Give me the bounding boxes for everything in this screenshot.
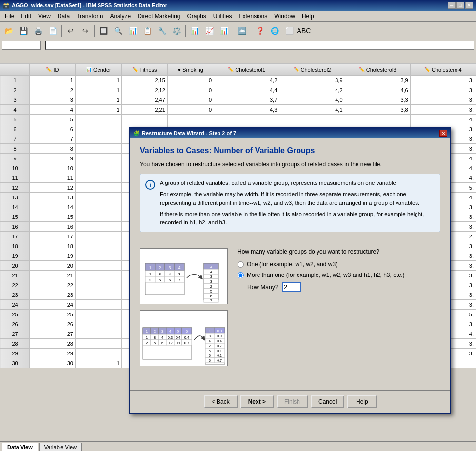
menu-item-data[interactable]: Data: [55, 12, 73, 20]
menu-item-graphs[interactable]: Graphs: [184, 12, 209, 20]
open-button[interactable]: 📂: [2, 24, 16, 38]
menu-item-view[interactable]: View: [35, 12, 54, 20]
window-title: AGGO_wide.sav [DataSet1] - IBM SPSS Stat…: [12, 2, 167, 8]
pivot-button[interactable]: 📊: [217, 24, 231, 38]
spss-logo: 🌐: [268, 24, 281, 38]
maximize-button[interactable]: □: [456, 2, 464, 9]
menu-item-utilities[interactable]: Utilities: [210, 12, 235, 20]
print-preview-button[interactable]: 📄: [46, 24, 60, 38]
menu-item-direct-marketing[interactable]: Direct Marketing: [135, 12, 183, 20]
close-button[interactable]: ✕: [465, 2, 473, 9]
menu-item-window[interactable]: Window: [271, 12, 298, 20]
minimize-button[interactable]: ─: [448, 2, 456, 9]
toolbar-sep5: [251, 25, 251, 37]
save-button[interactable]: 💾: [17, 24, 30, 38]
menu-item-analyze[interactable]: Analyze: [107, 12, 134, 20]
split-button[interactable]: 🔧: [155, 24, 169, 38]
menu-item-edit[interactable]: Edit: [18, 12, 34, 20]
chart-button[interactable]: 📈: [202, 24, 216, 38]
weight-button[interactable]: ⚖️: [170, 24, 183, 38]
formula-bar: [0, 39, 476, 51]
toolbar-sep4: [233, 25, 233, 37]
toolbar-sep1: [61, 25, 62, 37]
menu-item-help[interactable]: Help: [299, 12, 317, 20]
toolbar: 📂 💾 🖨️ 📄 ↩ ↪ 🔲 🔍 📊 📋 🔧 ⚖️ 📊 📈 📊 🔤 ❓ 🌐 ⬜ …: [0, 22, 476, 39]
help-button[interactable]: ❓: [253, 24, 267, 38]
find-button[interactable]: 🔍: [111, 24, 125, 38]
menu-item-extensions[interactable]: Extensions: [236, 12, 271, 20]
menu-item-transform[interactable]: Transform: [74, 12, 106, 20]
var-button[interactable]: 📊: [188, 24, 201, 38]
menu-bar: FileEditViewDataTransformAnalyzeDirect M…: [0, 11, 476, 22]
abc-btn: ABC: [297, 24, 311, 38]
extra-btn: ⬜: [282, 24, 296, 38]
value-labels-button[interactable]: 🔤: [235, 24, 249, 38]
toolbar-sep2: [94, 25, 95, 37]
formula-bar-sep: [43, 41, 43, 50]
print-button[interactable]: 🖨️: [31, 24, 45, 38]
insert-cases-button[interactable]: 📊: [126, 24, 139, 38]
app-icon: 🗃️: [3, 2, 10, 9]
cell-reference[interactable]: [2, 41, 41, 50]
title-bar: 🗃️ AGGO_wide.sav [DataSet1] - IBM SPSS S…: [0, 0, 476, 11]
toolbar-sep3: [185, 25, 186, 37]
insert-var-button[interactable]: 📋: [140, 24, 154, 38]
redo-button[interactable]: ↪: [79, 24, 92, 38]
menu-item-file[interactable]: File: [2, 12, 17, 20]
goto-button[interactable]: 🔲: [97, 24, 110, 38]
formula-content: [45, 41, 474, 50]
undo-button[interactable]: ↩: [64, 24, 78, 38]
